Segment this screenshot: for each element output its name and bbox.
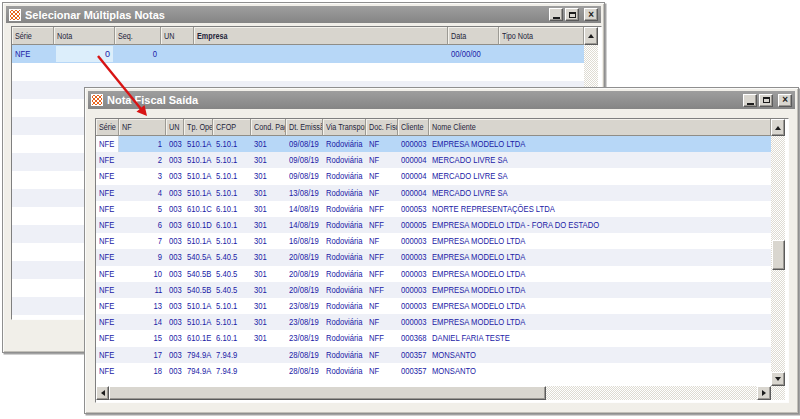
cell-nome_cliente[interactable]: EMPRESA MODELO LTDA [429,266,771,282]
cell-cond_pag[interactable]: 301 [251,314,286,330]
nf-row-3[interactable]: NFE3003510.1A5.10.130109/08/19Rodoviária… [96,168,771,184]
cell-tp_oper[interactable]: 794.9A [184,347,213,363]
cell-via_transporte[interactable]: Rodoviária [323,168,366,184]
cell-nome_cliente[interactable]: MERCADO LIVRE SA [429,152,771,168]
cell-dt_emissao[interactable]: 09/08/19 [286,152,323,168]
cell-serie[interactable]: NFE [96,217,119,233]
cell-via_transporte[interactable]: Rodoviária [323,314,366,330]
minimize-button[interactable] [549,8,563,21]
cell-un[interactable]: 003 [166,314,184,330]
cell-tp_oper[interactable]: 610.1E [184,330,213,346]
cell-nf[interactable]: 9 [119,249,166,265]
cell-cond_pag[interactable]: 301 [251,266,286,282]
column-header-tipo-nota[interactable]: Tipo Nota [499,27,584,45]
cell-tp_oper[interactable]: 540.5B [184,266,213,282]
cell-nf[interactable]: 11 [119,282,166,298]
scroll-right-button[interactable] [757,386,771,400]
titlebar-nota-fiscal[interactable]: Nota Fiscal Saída × [88,91,795,109]
cell-via_transporte[interactable]: Rodoviária [323,233,366,249]
cell-tp_oper[interactable]: 510.1A [184,136,213,152]
cell-doc_fiscal[interactable]: NF [366,363,398,379]
cell-via_transporte[interactable]: Rodoviária [323,330,366,346]
cell-nf[interactable]: 1 [119,136,166,152]
cell-nota-focused[interactable]: 0 [56,46,113,62]
cell-dt_emissao[interactable]: 28/08/19 [286,347,323,363]
vertical-scroll-thumb[interactable] [772,240,785,270]
cell-cfop[interactable]: 5.10.1 [213,136,251,152]
cell-cond_pag[interactable]: 301 [251,217,286,233]
cell-un[interactable]: 003 [166,282,184,298]
column-header-cond-pag[interactable]: Cond. Pag. [251,119,286,136]
cell-cfop[interactable]: 5.10.1 [213,168,251,184]
cell-cfop[interactable]: 5.10.1 [213,298,251,314]
column-header-seq[interactable]: Seq. [115,27,161,45]
selector-row-1[interactable]: NFE0000/00/00 [12,45,584,63]
cell-cond_pag[interactable]: 301 [251,201,286,217]
cell-nome_cliente[interactable]: NORTE REPRESENTAÇÕES LTDA [429,201,771,217]
cell-cliente[interactable]: 000368 [398,330,429,346]
cell-cfop[interactable]: 5.10.1 [213,233,251,249]
cell-cond_pag[interactable]: 301 [251,330,286,346]
cell-doc_fiscal[interactable]: NF [366,233,398,249]
nf-row-11[interactable]: NFE13003510.1A5.10.130123/08/19Rodoviári… [96,298,771,314]
cell-cliente[interactable]: 000053 [398,201,429,217]
cell-cliente[interactable]: 000357 [398,347,429,363]
cell-tp_oper[interactable]: 794.9A [184,363,213,379]
cell-tp_oper[interactable]: 510.1A [184,185,213,201]
cell-doc_fiscal[interactable]: NFF [366,201,398,217]
cell-un[interactable]: 003 [166,363,184,379]
cell-via_transporte[interactable]: Rodoviária [323,347,366,363]
column-header-cfop[interactable]: CFOP [213,119,251,136]
cell-dt_emissao[interactable]: 09/08/19 [286,168,323,184]
cell-doc_fiscal[interactable]: NF [366,347,398,363]
cell-via_transporte[interactable]: Rodoviária [323,152,366,168]
cell-cond_pag[interactable]: 301 [251,298,286,314]
nf-row-12[interactable]: NFE14003510.1A5.10.130123/08/19Rodoviári… [96,314,771,330]
cell-tp_oper[interactable]: 510.1A [184,168,213,184]
cell-data[interactable]: 00/00/00 [448,45,499,63]
cell-nf[interactable]: 13 [119,298,166,314]
cell-nome_cliente[interactable]: EMPRESA MODELO LTDA [429,249,771,265]
cell-un[interactable]: 003 [166,330,184,346]
cell-doc_fiscal[interactable]: NF [366,314,398,330]
nf-row-1[interactable]: NFE1003510.1A5.10.130109/08/19Rodoviária… [96,136,771,152]
cell-serie[interactable]: NFE [96,314,119,330]
cell-nf[interactable]: 2 [119,152,166,168]
column-header-un[interactable]: UN [161,27,194,45]
cell-cliente[interactable]: 000003 [398,233,429,249]
cell-un[interactable]: 003 [166,136,184,152]
cell-cliente[interactable]: 000003 [398,314,429,330]
cell-cond_pag[interactable]: 301 [251,249,286,265]
cell-nf[interactable]: 18 [119,363,166,379]
cell-cond_pag[interactable]: 301 [251,136,286,152]
cell-un[interactable]: 003 [166,152,184,168]
column-header-data[interactable]: Data [448,27,499,45]
cell-cliente[interactable]: 000003 [398,249,429,265]
cell-serie[interactable]: NFE [96,266,119,282]
cell-serie[interactable]: NFE [96,152,119,168]
column-header-nota[interactable]: Nota [54,27,115,45]
maximize-button[interactable] [565,8,579,21]
cell-cliente[interactable]: 000003 [398,266,429,282]
column-header-dt-emissao[interactable]: Dt. Emissão [286,119,323,136]
nf-row-14[interactable]: NFE17003794.9A7.94.928/08/19RodoviáriaNF… [96,347,771,363]
cell-cfop[interactable]: 6.10.1 [213,201,251,217]
cell-nf[interactable]: 17 [119,347,166,363]
cell-via_transporte[interactable]: Rodoviária [323,201,366,217]
cell-cliente[interactable]: 000003 [398,298,429,314]
cell-dt_emissao[interactable]: 20/08/19 [286,266,323,282]
cell-nf[interactable]: 3 [119,168,166,184]
nf-row-15[interactable]: NFE18003794.9A7.94.928/08/19RodoviáriaNF… [96,363,771,379]
cell-cfop[interactable]: 6.10.1 [213,217,251,233]
scroll-down-button[interactable] [771,372,785,386]
cell-un[interactable]: 003 [166,168,184,184]
cell-cond_pag[interactable] [251,347,286,363]
column-header-nome-cliente[interactable]: Nome Cliente [429,119,771,136]
cell-un[interactable]: 003 [166,217,184,233]
cell-serie[interactable]: NFE [96,136,119,152]
cell-cfop[interactable]: 7.94.9 [213,347,251,363]
cell-cliente[interactable]: 000003 [398,136,429,152]
cell-nome_cliente[interactable]: MONSANTO [429,347,771,363]
cell-un[interactable]: 003 [166,298,184,314]
cell-doc_fiscal[interactable]: NFF [366,266,398,282]
